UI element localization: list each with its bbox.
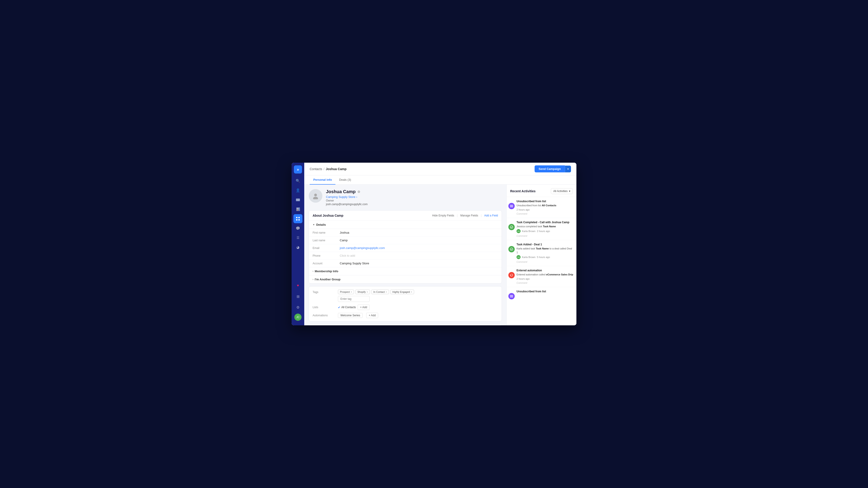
- activity-icon-unsubscribed1: [508, 203, 515, 209]
- activities-filter-dropdown[interactable]: All Activities ▾: [551, 188, 573, 194]
- lists-label: Lists: [313, 306, 335, 309]
- hide-empty-fields-link[interactable]: Hide Empty Fields: [432, 214, 454, 217]
- svg-rect-0: [296, 217, 298, 218]
- sidebar-item-favorites[interactable]: ♥: [293, 281, 303, 290]
- activity-user-name-3: Karla Brown: [522, 256, 535, 258]
- contact-settings-icon[interactable]: ⚙: [358, 190, 360, 194]
- about-card: About Joshua Camp Hide Empty Fields | Ma…: [309, 210, 502, 284]
- lists-content: ✔ All Contacts + Add: [338, 304, 370, 310]
- activity-icon-col-3: [506, 240, 517, 266]
- automations-label: Automations: [313, 314, 335, 317]
- sidebar-item-list[interactable]: ☰: [293, 233, 303, 242]
- sidebar-item-analytics[interactable]: ◕: [293, 242, 303, 252]
- sidebar-item-dashboard[interactable]: [293, 214, 303, 223]
- tab-personal-info[interactable]: Personal info: [310, 175, 336, 185]
- topbar: Contacts / Joshua Camp Send Campaign ▾: [304, 163, 577, 175]
- svg-rect-6: [510, 205, 513, 205]
- detail-value-firstname[interactable]: Joshua: [340, 231, 349, 234]
- tag-input[interactable]: [338, 296, 370, 302]
- membership-section-label: Membership Info: [315, 269, 338, 273]
- add-list-button[interactable]: + Add: [358, 304, 370, 310]
- activity-time-4: 2 hours ago: [517, 278, 530, 280]
- breadcrumb-contacts-link[interactable]: Contacts: [310, 167, 322, 171]
- contact-name: Joshua Camp ⚙: [326, 189, 502, 194]
- lists-row: Lists ✔ All Contacts + Add: [313, 304, 498, 310]
- sidebar-item-campaigns[interactable]: ✉️: [293, 195, 303, 204]
- right-panel-header: Recent Activities All Activities ▾: [506, 185, 577, 197]
- membership-info-toggle[interactable]: › Membership Info: [309, 267, 502, 275]
- svg-rect-11: [510, 295, 513, 295]
- manage-fields-link[interactable]: Manage Fields: [460, 214, 478, 217]
- activity-meta-4: 2 hours ago: [517, 278, 574, 280]
- activity-content-1: Unsubscribed from list Unsubscribed from…: [517, 197, 577, 218]
- send-campaign-button[interactable]: Send Campaign: [535, 165, 565, 172]
- detail-value-account[interactable]: Camping Supply Store: [340, 262, 369, 265]
- sidebar-item-search[interactable]: 🔍: [293, 176, 303, 185]
- activity-comment-2[interactable]: Comment: [517, 234, 574, 237]
- tags-content: Prospect × Shopify × In Contact ×: [338, 290, 498, 302]
- tag-shopify-remove[interactable]: ×: [367, 291, 368, 293]
- sidebar-logo[interactable]: »: [294, 165, 302, 173]
- tag-shopify: Shopify ×: [355, 290, 370, 294]
- activity-item-task-completed: Task Completed - Call with Joshua Camp J…: [506, 218, 577, 240]
- tags-card: Tags Prospect × Shopify ×: [309, 286, 502, 322]
- tasks-card: ▼ Tasks (3) View Completed Tasks | Add a…: [309, 324, 502, 325]
- automations-content: Welcome Series + Add: [338, 313, 378, 318]
- detail-row-firstname: First name Joshua: [309, 229, 502, 236]
- activity-icon-task-completed: [508, 224, 515, 230]
- about-card-title: About Joshua Camp: [313, 214, 343, 217]
- tags-label: Tags: [313, 290, 335, 294]
- activity-comment-3[interactable]: Comment: [517, 260, 574, 263]
- activity-icon-task-added: [508, 246, 515, 252]
- activity-comment-1[interactable]: Comment: [517, 213, 574, 215]
- sidebar-item-chat[interactable]: 💬: [293, 224, 303, 233]
- detail-label-email: Email: [313, 247, 340, 250]
- activity-title-4: Entered automation: [517, 269, 574, 272]
- sidebar-item-apps[interactable]: ⊞: [293, 292, 303, 301]
- tag-incontact-remove[interactable]: ×: [385, 291, 387, 293]
- detail-value-lastname[interactable]: Camp: [340, 238, 348, 242]
- list-allcontacts-label: All Contacts: [341, 306, 356, 309]
- sidebar-user-avatar[interactable]: JC: [294, 314, 302, 321]
- sidebar: » 🔍 👤 ✉️ 📊 💬 ☰ ◕ ♥ ⊞ ⚙ JC: [291, 163, 304, 325]
- automation-chip-welcome: Welcome Series: [338, 313, 363, 318]
- tab-deals[interactable]: Deals (3): [336, 175, 355, 185]
- another-group-toggle[interactable]: › I'm Another Group: [309, 275, 502, 283]
- sidebar-item-reports[interactable]: 📊: [293, 205, 303, 214]
- details-section-toggle[interactable]: ▼ Details: [309, 221, 502, 229]
- contact-role: Owner: [326, 199, 502, 202]
- tag-prospect: Prospect ×: [338, 290, 354, 294]
- contact-company-link[interactable]: Camping Supply Store ›: [326, 195, 502, 199]
- add-automation-button[interactable]: + Add: [366, 313, 378, 318]
- activity-icon-automation: [508, 272, 515, 278]
- about-card-header: About Joshua Camp Hide Empty Fields | Ma…: [309, 210, 502, 221]
- tag-prospect-remove[interactable]: ×: [350, 291, 352, 293]
- send-campaign-dropdown-button[interactable]: ▾: [565, 166, 571, 172]
- add-field-link[interactable]: Add a Field: [484, 214, 498, 217]
- content-area: Joshua Camp ⚙ Camping Supply Store › Own…: [304, 185, 577, 325]
- activity-comment-4[interactable]: Comment: [517, 282, 574, 284]
- detail-row-account: Account Camping Supply Store: [309, 260, 502, 267]
- svg-rect-2: [296, 219, 298, 221]
- right-panel: Recent Activities All Activities ▾: [506, 185, 577, 325]
- detail-label-phone: Phone: [313, 254, 340, 257]
- another-group-chevron-icon: ›: [313, 278, 313, 281]
- activity-item-task-added: Task Added - Deal 1 Karla added task Tas…: [506, 240, 577, 266]
- svg-rect-1: [298, 217, 300, 218]
- tag-highlyengaged-remove[interactable]: ×: [411, 291, 412, 293]
- membership-chevron-icon: ›: [313, 270, 313, 272]
- sidebar-item-settings[interactable]: ⚙: [293, 303, 303, 312]
- tag-highlyengaged: Highly Engaged ×: [391, 290, 414, 294]
- svg-point-10: [510, 248, 513, 251]
- svg-rect-13: [510, 297, 513, 297]
- sidebar-item-contacts[interactable]: 👤: [293, 186, 303, 195]
- detail-label-firstname: First name: [313, 231, 340, 234]
- detail-row-lastname: Last name Camp: [309, 236, 502, 244]
- svg-rect-8: [510, 207, 513, 207]
- detail-value-email[interactable]: josh.camp@campingsupplyllc.com: [340, 246, 385, 250]
- tag-incontact-label: In Contact: [373, 291, 385, 293]
- contact-header: Joshua Camp ⚙ Camping Supply Store › Own…: [309, 189, 502, 206]
- activity-desc-1: Unsubscribed from list All Contacts: [517, 203, 574, 207]
- breadcrumb-current-contact: Joshua Camp: [326, 167, 346, 171]
- detail-value-phone[interactable]: Click to add: [340, 254, 355, 257]
